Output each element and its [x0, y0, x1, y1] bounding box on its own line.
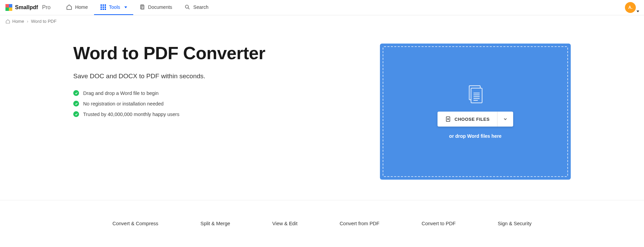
choose-files-label: CHOOSE FILES	[455, 117, 490, 122]
brand-tier: Pro	[42, 4, 51, 11]
category-heading: Sign & Security	[498, 221, 532, 226]
home-icon	[66, 4, 72, 10]
choose-files-group: CHOOSE FILES	[438, 112, 513, 127]
breadcrumb-home-label: Home	[12, 19, 24, 24]
logo[interactable]: Smallpdf Pro	[5, 4, 50, 11]
nav-tools-label: Tools	[109, 4, 120, 10]
svg-point-5	[185, 5, 188, 8]
nav-home[interactable]: Home	[60, 0, 94, 15]
chevron-down-icon	[503, 117, 508, 121]
home-icon	[5, 19, 10, 24]
main-content: Word to PDF Converter Save DOC and DOCX …	[56, 27, 588, 200]
nav-home-label: Home	[75, 4, 88, 10]
check-icon	[73, 101, 79, 106]
page-subtitle: Save DOC and DOCX to PDF within seconds.	[73, 72, 295, 80]
logo-icon	[5, 4, 12, 11]
category-heading: Convert & Compress	[112, 221, 158, 226]
category-heading: Convert from PDF	[340, 221, 380, 226]
category-heading: Split & Merge	[200, 221, 230, 226]
drop-hint-text: or drop Word files here	[449, 133, 502, 139]
svg-line-6	[188, 8, 190, 9]
feature-item: Drag and drop a Word file to begin	[73, 90, 295, 96]
upload-column: CHOOSE FILES or drop Word files here	[295, 44, 588, 180]
grid-icon	[100, 4, 106, 10]
top-nav: Smallpdf Pro Home Tools Documents	[0, 0, 644, 15]
file-upload-icon	[445, 116, 451, 122]
user-avatar[interactable]: A.	[625, 2, 636, 13]
nav-search[interactable]: Search	[178, 0, 214, 15]
nav-search-label: Search	[193, 4, 208, 10]
main-nav: Home Tools Documents Search	[60, 0, 214, 15]
hero-text: Word to PDF Converter Save DOC and DOCX …	[56, 44, 295, 180]
documents-icon	[139, 4, 145, 10]
avatar-initials: A.	[628, 5, 632, 10]
breadcrumb-separator: ›	[27, 19, 28, 24]
choose-files-dropdown[interactable]	[497, 112, 513, 127]
nav-tools[interactable]: Tools	[94, 0, 133, 15]
feature-text: Drag and drop a Word file to begin	[83, 90, 158, 96]
nav-documents[interactable]: Documents	[133, 0, 179, 15]
feature-text: Trusted by 40,000,000 monthly happy user…	[83, 112, 179, 117]
check-icon	[73, 111, 79, 117]
feature-item: No registration or installation needed	[73, 101, 295, 106]
file-dropzone[interactable]: CHOOSE FILES or drop Word files here	[380, 44, 571, 180]
document-stack-icon	[466, 84, 485, 105]
chevron-down-icon	[124, 6, 127, 8]
tool-categories: Convert & Compress Split & Merge View & …	[92, 200, 552, 233]
search-icon	[184, 4, 190, 10]
page-title: Word to PDF Converter	[73, 44, 295, 63]
breadcrumb-home[interactable]: Home	[5, 19, 24, 24]
category-heading: Convert to PDF	[421, 221, 456, 226]
dropzone-inner: CHOOSE FILES or drop Word files here	[383, 46, 568, 177]
feature-list: Drag and drop a Word file to begin No re…	[73, 90, 295, 117]
check-icon	[73, 90, 79, 96]
breadcrumb-current: Word to PDF	[31, 19, 57, 24]
feature-text: No registration or installation needed	[83, 101, 164, 106]
feature-item: Trusted by 40,000,000 monthly happy user…	[73, 111, 295, 117]
brand-name: Smallpdf	[15, 4, 38, 11]
category-heading: View & Edit	[272, 221, 297, 226]
choose-files-button[interactable]: CHOOSE FILES	[438, 112, 497, 127]
nav-documents-label: Documents	[148, 4, 172, 10]
breadcrumb: Home › Word to PDF	[0, 15, 644, 27]
